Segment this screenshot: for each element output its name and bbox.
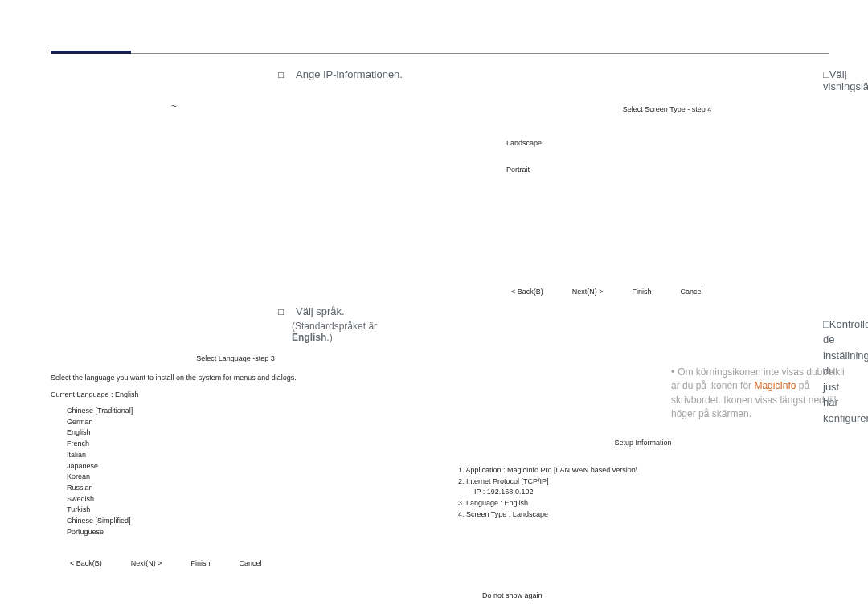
dlg-setup-title: Setup Information	[458, 439, 828, 448]
opt-landscape[interactable]: Landscape	[506, 139, 828, 149]
do-not-show-checkbox[interactable]: Do not show again	[482, 591, 828, 601]
dlg-lang-current: Current Language : English	[51, 390, 420, 400]
lang-cancel-button[interactable]: Cancel	[240, 559, 262, 569]
setup-line3: 3. Language : English	[458, 499, 828, 509]
screen-cancel-button[interactable]: Cancel	[681, 288, 703, 297]
opt-portrait[interactable]: Portrait	[506, 166, 828, 175]
bullet-icon	[823, 318, 829, 330]
setup-line4: 4. Screen Type : Landscape	[458, 510, 828, 520]
lang-subtext: (Standardspråket är English.)	[292, 321, 420, 343]
dialog-setup-info: Setup Information 1. Application : Magic…	[458, 434, 828, 613]
screen-back-button[interactable]: < Back(B)	[511, 288, 543, 297]
setup-line1: 1. Application : MagicInfo Pro [LAN,WAN …	[458, 466, 828, 476]
bullet-icon	[823, 68, 829, 80]
step-display-title: Välj visningsläge.	[823, 68, 828, 92]
lang-finish-button[interactable]: Finish	[191, 559, 211, 569]
lang-back-button[interactable]: < Back(B)	[70, 559, 102, 569]
tilde-mark: ~	[171, 100, 177, 112]
setup-line2b: IP : 192.168.0.102	[458, 488, 828, 497]
dialog-language: Select Language -step 3 Select the langu…	[51, 349, 420, 574]
screen-finish-button[interactable]: Finish	[633, 288, 652, 297]
lang-next-button[interactable]: Next(N) >	[131, 559, 162, 569]
dlg-lang-list: Chinese [Traditional] German English Fre…	[51, 407, 420, 537]
dlg-screen-title: Select Screen Type - step 4	[506, 105, 828, 115]
runtime-icon-note: •Om körningsikonen inte visas dubbelkli …	[671, 366, 856, 422]
dlg-lang-desc: Select the language you want to install …	[51, 374, 420, 383]
screen-next-button[interactable]: Next(N) >	[572, 288, 604, 297]
setup-line2: 2. Internet Protocol [TCP/IP]	[458, 477, 828, 487]
dialog-screen-type: Select Screen Type - step 4 Landscape Po…	[506, 100, 828, 302]
step-lang-title: Välj språk.	[278, 305, 420, 317]
dlg-lang-title: Select Language -step 3	[51, 354, 420, 364]
step-ip-title: Ange IP-informationen.	[278, 68, 420, 80]
